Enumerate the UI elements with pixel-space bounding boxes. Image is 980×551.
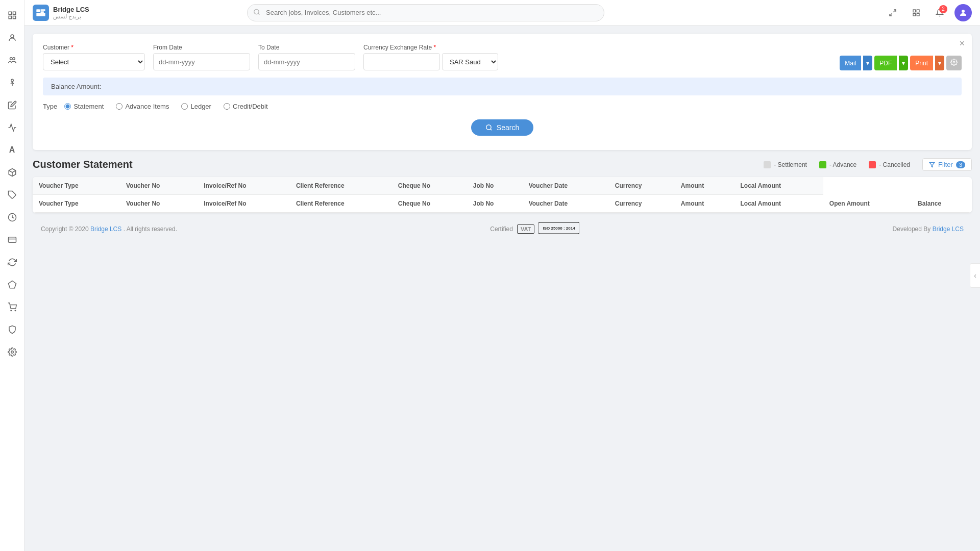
sidebar-icon-diamond[interactable]	[2, 274, 22, 295]
sidebar-icon-cart[interactable]	[2, 297, 22, 317]
sidebar-icon-card[interactable]	[2, 230, 22, 250]
mail-caret-button[interactable]: ▾	[863, 56, 872, 70]
pdf-caret-button[interactable]: ▾	[899, 56, 908, 70]
radio-ledger[interactable]: Ledger	[181, 103, 211, 110]
brand-name: Bridge LCS	[53, 6, 89, 13]
svg-rect-28	[913, 13, 916, 16]
brand-text: Bridge LCS بريدج لسس	[53, 6, 89, 20]
statement-table-container: Voucher Type Voucher No Invoice/Ref No C…	[33, 177, 972, 213]
sidebar-icon-edit[interactable]	[2, 95, 22, 115]
th-job-no-2: Job No	[467, 195, 523, 213]
to-date-input[interactable]	[258, 53, 355, 70]
th-invoice-ref-1: Invoice/Ref No	[198, 177, 290, 195]
fullscreen-button[interactable]	[884, 4, 901, 21]
sidebar-icon-person[interactable]	[2, 72, 22, 93]
footer-center: Certified VAT ISO 25000 : 2014	[490, 221, 579, 237]
svg-rect-25	[913, 10, 916, 12]
sidebar-icon-user[interactable]	[2, 28, 22, 48]
svg-rect-20	[36, 13, 45, 16]
filter-button[interactable]: Filter 3	[922, 158, 972, 171]
sidebar-icon-font[interactable]: A	[2, 140, 22, 160]
filter-badge: 3	[956, 161, 965, 168]
svg-point-7	[11, 79, 13, 82]
radio-statement-input[interactable]	[64, 103, 71, 110]
th-amount-1: Amount	[675, 177, 734, 195]
svg-line-24	[890, 13, 892, 16]
mail-button[interactable]: Mail	[840, 56, 861, 70]
cancelled-label: - Cancelled	[879, 161, 910, 168]
sidebar-icon-chart[interactable]	[2, 117, 22, 138]
settings-action-button[interactable]	[946, 56, 962, 70]
sidebar-icon-users[interactable]	[2, 50, 22, 70]
print-button[interactable]: Print	[910, 56, 933, 70]
radio-statement[interactable]: Statement	[64, 103, 104, 110]
radio-advance-input[interactable]	[116, 103, 122, 110]
currency-rate-input[interactable]: 1	[363, 53, 440, 70]
print-caret-button[interactable]: ▾	[935, 56, 944, 70]
legend-cancelled: - Cancelled	[869, 161, 910, 168]
radio-credit-debit-input[interactable]	[224, 103, 230, 110]
right-collapse-button[interactable]: ‹	[970, 263, 980, 288]
global-search-input[interactable]	[247, 4, 604, 21]
action-buttons: Mail ▾ PDF ▾ Print ▾	[840, 56, 962, 70]
notifications-button[interactable]: 2	[931, 4, 948, 21]
pdf-button[interactable]: PDF	[874, 56, 897, 70]
svg-rect-27	[917, 13, 919, 16]
radio-credit-debit[interactable]: Credit/Debit	[224, 103, 268, 110]
balance-row: Balance Amount:	[43, 78, 962, 95]
sidebar-icon-package[interactable]	[2, 162, 22, 183]
sidebar-icon-clock[interactable]	[2, 207, 22, 228]
balance-label: Balance Amount:	[51, 83, 101, 90]
from-date-input[interactable]	[153, 53, 250, 70]
svg-rect-3	[9, 16, 11, 19]
svg-rect-17	[36, 9, 40, 12]
svg-point-29	[962, 10, 965, 13]
close-button[interactable]: ×	[959, 39, 965, 48]
th-voucher-no-1: Voucher No	[120, 177, 198, 195]
topnav: Bridge LCS بريدج لسس 2	[24, 0, 980, 26]
currency-select[interactable]: SAR Saud	[442, 53, 498, 70]
statement-table: Voucher Type Voucher No Invoice/Ref No C…	[33, 177, 972, 213]
sidebar-icon-settings[interactable]	[2, 342, 22, 362]
legend-settlement: - Settlement	[764, 161, 807, 168]
radio-ledger-input[interactable]	[181, 103, 188, 110]
svg-rect-1	[13, 12, 15, 14]
sidebar-icon-tag[interactable]	[2, 185, 22, 205]
footer-company-link[interactable]: Bridge LCS	[90, 226, 121, 233]
to-date-field-group: To Date	[258, 44, 355, 70]
apps-button[interactable]	[908, 4, 925, 21]
from-date-field-group: From Date	[153, 44, 250, 70]
svg-rect-26	[917, 10, 919, 12]
th-currency-1: Currency	[609, 177, 675, 195]
svg-line-23	[893, 10, 896, 12]
statement-title: Customer Statement	[33, 159, 133, 170]
search-button[interactable]: Search	[471, 119, 533, 136]
svg-marker-33	[929, 162, 935, 167]
user-avatar[interactable]	[954, 4, 972, 21]
customer-select[interactable]: Select	[43, 53, 145, 70]
table-header-row-1: Voucher Type Voucher No Invoice/Ref No C…	[33, 177, 972, 195]
footer-dev-link[interactable]: Bridge LCS	[933, 226, 964, 233]
svg-rect-18	[40, 9, 45, 11]
sidebar-icon-shield[interactable]	[2, 319, 22, 340]
sidebar-icon-home[interactable]	[2, 5, 22, 26]
from-date-label: From Date	[153, 44, 250, 51]
svg-rect-19	[40, 11, 44, 13]
certified-label: Certified	[490, 226, 513, 233]
developed-by-text: Developed By	[893, 226, 931, 233]
th-local-amount-2: Local Amount	[734, 195, 823, 213]
sidebar-icon-refresh[interactable]	[2, 252, 22, 272]
brand-arabic: بريدج لسس	[53, 13, 89, 20]
search-btn-row: Search	[43, 117, 962, 140]
radio-advance[interactable]: Advance Items	[116, 103, 169, 110]
th-currency-2: Currency	[609, 195, 675, 213]
page-footer: Copyright © 2020 Bridge LCS . All rights…	[33, 213, 972, 245]
iso-label: ISO 25000 : 2014	[538, 221, 579, 237]
notification-badge: 2	[939, 5, 947, 13]
table-header-row-2: Voucher Type Voucher No Invoice/Ref No C…	[33, 195, 972, 213]
radio-advance-label: Advance Items	[125, 103, 169, 110]
nav-right: 2	[884, 4, 972, 21]
customer-label: Customer *	[43, 44, 145, 51]
svg-point-31	[486, 125, 491, 130]
th-balance-2: Balance	[912, 195, 972, 213]
